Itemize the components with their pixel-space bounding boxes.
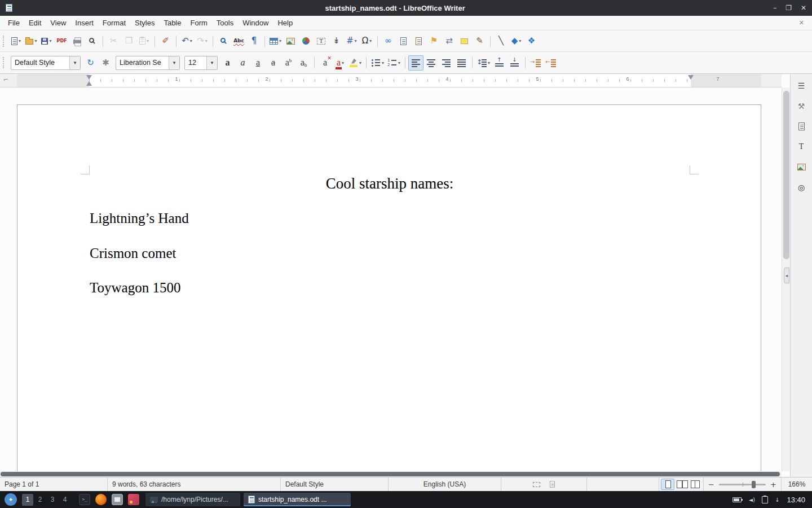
zoom-slider[interactable] bbox=[719, 484, 766, 485]
menu-item[interactable]: Insert bbox=[70, 16, 98, 30]
print-preview-icon[interactable] bbox=[85, 33, 100, 49]
copy-icon[interactable]: ❐ bbox=[121, 33, 136, 49]
find-replace-icon[interactable] bbox=[216, 33, 231, 49]
terminal-icon[interactable]: >_ bbox=[79, 494, 90, 505]
right-indent-marker[interactable] bbox=[688, 75, 694, 80]
decrease-indent-icon[interactable] bbox=[544, 55, 559, 71]
insert-footnote-icon[interactable] bbox=[396, 33, 411, 49]
font-size-dropdown-arrow[interactable]: ▾ bbox=[206, 56, 217, 69]
taskbar-window-button[interactable]: startship_names.odt ... bbox=[244, 493, 351, 506]
workspace-button[interactable]: 1 bbox=[22, 494, 33, 506]
increase-indent-icon[interactable] bbox=[528, 55, 544, 71]
document-paragraph[interactable]: Toywagon 1500 bbox=[90, 279, 690, 297]
gallery-deck-icon[interactable] bbox=[794, 160, 809, 174]
multi-page-view-button[interactable] bbox=[676, 479, 688, 490]
italic-icon[interactable]: a bbox=[235, 55, 250, 71]
document-paragraph[interactable]: Lightning’s Hand bbox=[90, 209, 690, 228]
align-right-icon[interactable] bbox=[439, 55, 454, 71]
navigator-deck-icon[interactable]: ◎ bbox=[794, 180, 809, 195]
align-left-icon[interactable] bbox=[408, 55, 423, 71]
draw-functions-icon[interactable]: ❖ bbox=[524, 33, 539, 49]
document-modified-icon[interactable] bbox=[550, 481, 555, 487]
superscript-icon[interactable]: a bbox=[281, 55, 296, 71]
document-heading[interactable]: Cool starship names: bbox=[90, 174, 690, 194]
minimize-button[interactable]: – bbox=[773, 4, 776, 12]
insert-textbox-icon[interactable]: T bbox=[314, 33, 329, 49]
menu-item[interactable]: Format bbox=[98, 16, 130, 30]
menu-item[interactable]: Edit bbox=[24, 16, 46, 30]
menu-item[interactable]: Window bbox=[238, 16, 273, 30]
paragraph-style-dropdown-arrow[interactable]: ▾ bbox=[69, 56, 80, 69]
undo-icon[interactable]: ↶ ▾ bbox=[179, 33, 195, 49]
open-icon[interactable]: ▾ bbox=[24, 33, 39, 49]
special-character-icon[interactable]: Ω ▾ bbox=[359, 33, 374, 49]
arrow-down-icon[interactable]: ↓ bbox=[775, 497, 779, 503]
menu-item[interactable]: Styles bbox=[130, 16, 159, 30]
horizontal-scrollbar-thumb[interactable] bbox=[1, 472, 780, 476]
numbered-list-icon[interactable]: ▾ bbox=[386, 55, 402, 71]
workspace-button[interactable]: 3 bbox=[47, 494, 58, 506]
titlebar[interactable]: startship_names.odt - LibreOffice Writer… bbox=[0, 0, 812, 16]
insert-field-icon[interactable]: # ▾ bbox=[344, 33, 359, 49]
font-color-icon[interactable]: a ▾ bbox=[333, 55, 348, 71]
horizontal-scrollbar[interactable] bbox=[0, 471, 782, 477]
highlight-color-icon[interactable]: ▾ bbox=[348, 55, 363, 71]
insert-chart-icon[interactable] bbox=[298, 33, 314, 49]
bullet-list-icon[interactable]: ▾ bbox=[369, 55, 386, 71]
tab-stop-selector[interactable]: ⌐ bbox=[3, 76, 8, 84]
close-document-icon[interactable]: ✕ bbox=[799, 19, 804, 27]
applications-menu-icon[interactable]: ✦ bbox=[5, 493, 17, 506]
menu-item[interactable]: File bbox=[3, 16, 24, 30]
menu-item[interactable]: Form bbox=[186, 16, 211, 30]
insert-table-icon[interactable]: ▾ bbox=[268, 33, 283, 49]
taskbar-window-button[interactable]: /home/lynp/Pictures/... bbox=[145, 493, 240, 506]
save-icon[interactable]: ▾ bbox=[39, 33, 54, 49]
workspace-button[interactable]: 4 bbox=[59, 494, 70, 506]
paragraph-style-combobox[interactable]: Default Style ▾ bbox=[11, 56, 81, 70]
menu-item[interactable]: Help bbox=[273, 16, 297, 30]
print-icon[interactable] bbox=[69, 33, 85, 49]
zoom-in-button[interactable]: + bbox=[770, 480, 776, 489]
sidebar-settings-icon[interactable]: ☰ bbox=[794, 78, 809, 93]
font-name-dropdown-arrow[interactable]: ▾ bbox=[169, 56, 179, 69]
cross-reference-icon[interactable]: ⇄ bbox=[442, 33, 457, 49]
line-spacing-icon[interactable]: ▾ bbox=[475, 55, 492, 71]
new-style-icon[interactable]: ✱ bbox=[98, 55, 113, 71]
insert-hyperlink-icon[interactable]: ∞ bbox=[381, 33, 396, 49]
document-paragraph[interactable]: Crismon comet bbox=[90, 244, 690, 263]
clone-formatting-icon[interactable]: ✐ bbox=[158, 33, 173, 49]
paste-icon[interactable]: ▾ bbox=[136, 33, 152, 49]
bold-icon[interactable]: a bbox=[220, 55, 235, 71]
media-app-icon[interactable] bbox=[128, 494, 139, 505]
restore-button[interactable]: ❐ bbox=[785, 4, 792, 12]
underline-icon[interactable]: a bbox=[250, 55, 266, 71]
single-page-view-button[interactable] bbox=[661, 479, 674, 490]
insert-image-icon[interactable] bbox=[283, 33, 298, 49]
spelling-icon[interactable]: Abc bbox=[231, 33, 246, 49]
vertical-scrollbar-thumb[interactable] bbox=[783, 91, 789, 259]
insert-comment-icon[interactable] bbox=[457, 33, 472, 49]
redo-icon[interactable]: ↷ ▾ bbox=[195, 33, 210, 49]
ruler-band[interactable]: 1234567 bbox=[17, 74, 761, 87]
update-style-icon[interactable]: ↻ bbox=[83, 55, 98, 71]
zoom-slider-thumb[interactable] bbox=[752, 481, 756, 488]
signature-status[interactable] bbox=[586, 478, 659, 491]
file-manager-icon[interactable] bbox=[112, 494, 123, 505]
page-deck-icon[interactable] bbox=[794, 119, 809, 134]
battery-icon[interactable] bbox=[732, 497, 742, 502]
toolbar-grip[interactable] bbox=[3, 36, 5, 47]
new-document-icon[interactable]: ▾ bbox=[8, 33, 24, 49]
menu-item[interactable]: Tools bbox=[212, 16, 238, 30]
sidebar-toggle[interactable]: ◂ bbox=[784, 268, 789, 283]
insert-bookmark-icon[interactable]: ⚑ bbox=[426, 33, 442, 49]
volume-icon[interactable]: ◄) bbox=[748, 497, 755, 503]
word-count-status[interactable]: 9 words, 63 characters bbox=[107, 478, 280, 491]
zoom-level-status[interactable]: 166% bbox=[781, 478, 812, 491]
close-button[interactable]: ✕ bbox=[801, 4, 806, 12]
document-page[interactable]: Cool starship names: Lightning’s HandCri… bbox=[17, 104, 761, 477]
clock[interactable]: 13:40 bbox=[787, 496, 805, 504]
cut-icon[interactable]: ✂ bbox=[106, 33, 121, 49]
workspace-button[interactable]: 2 bbox=[34, 494, 46, 506]
styles-deck-icon[interactable]: T bbox=[794, 139, 809, 154]
first-line-indent-marker[interactable] bbox=[86, 75, 92, 80]
